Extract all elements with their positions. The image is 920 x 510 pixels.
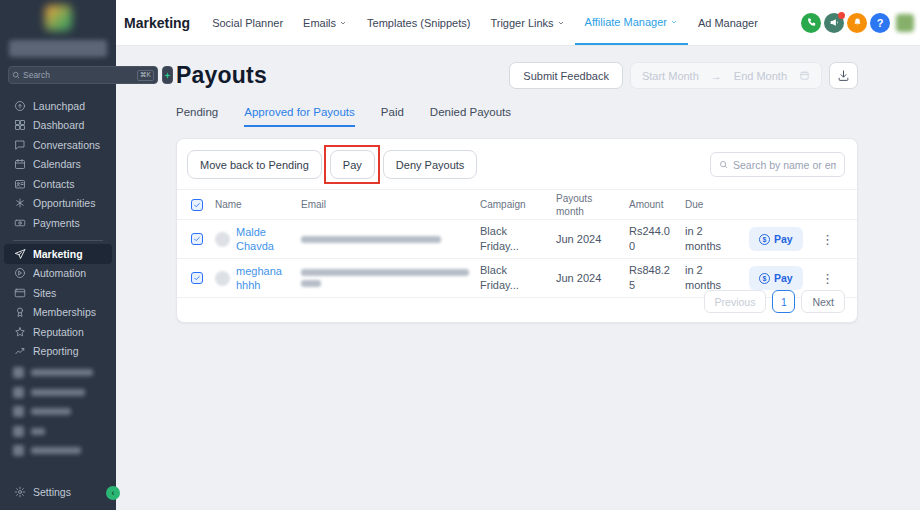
tab-label: Emails xyxy=(303,17,336,29)
next-page-button[interactable]: Next xyxy=(801,290,845,313)
table-search[interactable] xyxy=(710,152,845,177)
select-all-checkbox[interactable] xyxy=(191,199,203,211)
app-window: ⌘K Launchpad Dashboard Conversations Cal… xyxy=(0,0,920,510)
sidebar-item-marketing[interactable]: Marketing xyxy=(4,244,112,264)
tab-label: Templates (Snippets) xyxy=(367,17,470,29)
tab-affiliate-manager[interactable]: Affiliate Manager xyxy=(575,0,688,45)
payout-month-cell: Jun 2024 xyxy=(556,233,629,245)
download-icon xyxy=(837,69,850,82)
sidebar-item-label: Memberships xyxy=(33,306,96,318)
chevron-down-icon xyxy=(670,18,678,26)
browser-window-icon xyxy=(13,286,26,299)
star-icon xyxy=(13,325,26,338)
sidebar-item-sites[interactable]: Sites xyxy=(0,283,116,303)
pay-button[interactable]: Pay xyxy=(330,150,375,179)
dollar-circle-icon: $ xyxy=(759,273,770,284)
chat-bubble-icon xyxy=(13,138,26,151)
previous-page-button[interactable]: Previous xyxy=(704,290,767,313)
gear-icon xyxy=(13,486,26,499)
main-content: Payouts Submit Feedback Start Month → En… xyxy=(116,46,920,510)
tab-social-planner[interactable]: Social Planner xyxy=(202,0,293,45)
dashboard-icon xyxy=(13,119,26,132)
opportunities-icon xyxy=(13,197,26,210)
end-month-placeholder: End Month xyxy=(734,70,787,82)
sidebar: ⌘K Launchpad Dashboard Conversations Cal… xyxy=(0,0,116,510)
contact-card-icon xyxy=(13,177,26,190)
tab-label: Social Planner xyxy=(212,17,283,29)
sidebar-item-calendars[interactable]: Calendars xyxy=(0,155,116,175)
ai-sparkle-button[interactable] xyxy=(162,66,173,84)
sidebar-item-payments[interactable]: Payments xyxy=(0,213,116,233)
affiliate-name-link[interactable]: Malde Chavda xyxy=(236,225,301,254)
row-checkbox[interactable] xyxy=(191,272,203,284)
sidebar-item-dashboard[interactable]: Dashboard xyxy=(0,116,116,136)
sidebar-nav-main: Marketing Automation Sites Memberships R… xyxy=(0,244,116,361)
phone-button[interactable] xyxy=(801,13,821,33)
user-avatar[interactable] xyxy=(896,14,914,32)
sidebar-item-redacted[interactable] xyxy=(0,402,116,422)
announcements-button[interactable] xyxy=(824,13,844,33)
trend-line-icon xyxy=(13,345,26,358)
table-search-input[interactable] xyxy=(733,159,836,171)
sidebar-item-automation[interactable]: Automation xyxy=(0,264,116,284)
move-back-to-pending-button[interactable]: Move back to Pending xyxy=(187,150,322,179)
submit-feedback-button[interactable]: Submit Feedback xyxy=(509,62,623,89)
calendar-icon xyxy=(13,158,26,171)
column-header-due: Due xyxy=(685,199,749,210)
affiliate-avatar xyxy=(215,271,230,286)
current-page-button[interactable]: 1 xyxy=(772,290,795,313)
row-checkbox[interactable] xyxy=(191,233,203,245)
help-button[interactable]: ? xyxy=(870,13,890,33)
table-header-row: Name Email Campaign Payouts month Amount… xyxy=(177,189,857,220)
row-pay-button[interactable]: $Pay xyxy=(749,227,803,251)
calendar-icon xyxy=(799,70,810,81)
tab-approved-for-payouts[interactable]: Approved for Payouts xyxy=(244,106,355,127)
sidebar-item-redacted[interactable] xyxy=(0,441,116,461)
sidebar-item-reporting[interactable]: Reporting xyxy=(0,342,116,362)
column-header-email: Email xyxy=(301,199,480,210)
email-redacted xyxy=(301,269,480,287)
due-cell: in 2 months xyxy=(685,224,725,254)
tab-denied-payouts[interactable]: Denied Payouts xyxy=(430,106,511,127)
export-button[interactable] xyxy=(829,62,858,89)
tab-paid[interactable]: Paid xyxy=(381,106,404,127)
search-icon xyxy=(719,160,728,169)
sidebar-item-redacted[interactable] xyxy=(0,383,116,403)
affiliate-name-link[interactable]: meghana hhhh xyxy=(236,264,288,293)
sidebar-item-conversations[interactable]: Conversations xyxy=(0,135,116,155)
sidebar-item-redacted[interactable] xyxy=(0,422,116,442)
notifications-button[interactable] xyxy=(847,13,867,33)
sidebar-item-launchpad[interactable]: Launchpad xyxy=(0,96,116,116)
chevron-down-icon xyxy=(557,19,565,27)
sidebar-divider xyxy=(13,240,103,241)
column-header-name: Name xyxy=(215,199,301,210)
row-menu-button[interactable]: ⋮ xyxy=(821,232,834,247)
sidebar-item-label: Sites xyxy=(33,287,56,299)
sidebar-redacted-items xyxy=(0,363,116,461)
sidebar-collapse-button[interactable]: ‹ xyxy=(106,486,120,500)
sidebar-search[interactable]: ⌘K xyxy=(8,66,158,84)
sidebar-item-memberships[interactable]: Memberships xyxy=(0,303,116,323)
agency-logo xyxy=(45,5,72,31)
dollar-circle-icon: $ xyxy=(759,234,770,245)
tab-ad-manager[interactable]: Ad Manager xyxy=(688,0,768,45)
sidebar-search-input[interactable] xyxy=(23,70,134,80)
affiliate-avatar xyxy=(215,232,230,247)
row-menu-button[interactable]: ⋮ xyxy=(821,271,834,286)
sidebar-item-settings[interactable]: Settings xyxy=(0,483,116,503)
sidebar-item-contacts[interactable]: Contacts xyxy=(0,174,116,194)
sidebar-item-label: Automation xyxy=(33,267,86,279)
sidebar-item-label: Settings xyxy=(33,486,71,498)
tab-pending[interactable]: Pending xyxy=(176,106,218,127)
tab-templates-snippets[interactable]: Templates (Snippets) xyxy=(357,0,480,45)
month-range-picker[interactable]: Start Month → End Month xyxy=(630,62,822,89)
row-pay-button[interactable]: $Pay xyxy=(749,266,803,290)
account-switcher-redacted[interactable] xyxy=(9,40,107,57)
sidebar-item-redacted[interactable] xyxy=(0,363,116,383)
deny-payouts-button[interactable]: Deny Payouts xyxy=(383,150,477,179)
tab-emails[interactable]: Emails xyxy=(293,0,357,45)
sidebar-item-opportunities[interactable]: Opportunities xyxy=(0,194,116,214)
sidebar-item-reputation[interactable]: Reputation xyxy=(0,322,116,342)
sidebar-nav-top: Launchpad Dashboard Conversations Calend… xyxy=(0,96,116,247)
tab-trigger-links[interactable]: Trigger Links xyxy=(480,0,574,45)
